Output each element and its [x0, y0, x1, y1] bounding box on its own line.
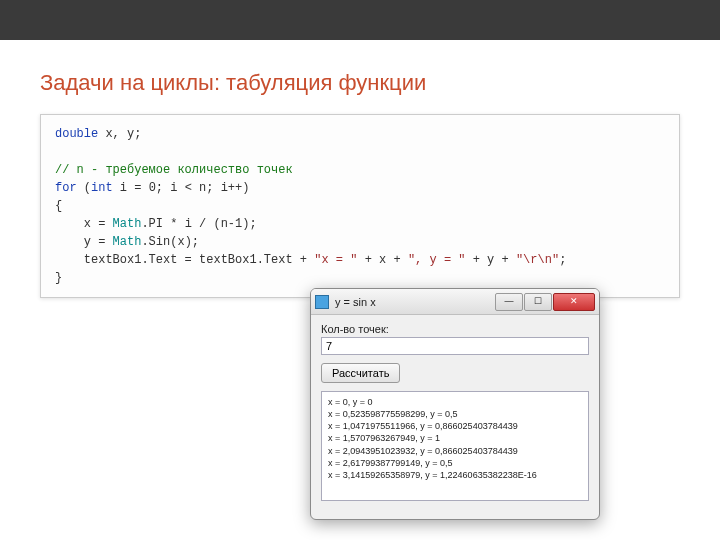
- code-text: x =: [55, 217, 113, 231]
- class-math: Math: [113, 235, 142, 249]
- code-text: (: [77, 181, 91, 195]
- string-literal: "\r\n": [516, 253, 559, 267]
- app-icon: [315, 295, 329, 309]
- code-text: .PI * i / (n-1);: [141, 217, 256, 231]
- code-block: double x, y; // n - требуемое количество…: [40, 114, 680, 298]
- points-input[interactable]: [321, 337, 589, 355]
- code-text: textBox1.Text = textBox1.Text +: [55, 253, 314, 267]
- window-title: y = sin x: [335, 296, 495, 308]
- keyword-double: double: [55, 127, 98, 141]
- class-math: Math: [113, 217, 142, 231]
- code-text: y =: [55, 235, 113, 249]
- slide-content: Задачи на циклы: табуляция функции doubl…: [0, 40, 720, 298]
- points-label: Кол-во точек:: [321, 323, 589, 335]
- code-text: ;: [559, 253, 566, 267]
- slide-topbar: [0, 0, 720, 40]
- keyword-int: int: [91, 181, 113, 195]
- string-literal: ", y = ": [408, 253, 466, 267]
- calculate-button[interactable]: Рассчитать: [321, 363, 400, 383]
- output-textbox[interactable]: x = 0, y = 0 x = 0,523598775598299, y = …: [321, 391, 589, 501]
- code-text: }: [55, 271, 62, 285]
- window-titlebar[interactable]: y = sin x — ☐ ✕: [311, 289, 599, 315]
- code-text: i = 0; i < n; i++): [113, 181, 250, 195]
- maximize-button[interactable]: ☐: [524, 293, 552, 311]
- code-text: {: [55, 199, 62, 213]
- app-window: y = sin x — ☐ ✕ Кол-во точек: Рассчитать…: [310, 288, 600, 520]
- string-literal: "x = ": [314, 253, 357, 267]
- code-text: x, y;: [98, 127, 141, 141]
- window-body: Кол-во точек: Рассчитать x = 0, y = 0 x …: [311, 315, 599, 507]
- slide-title: Задачи на циклы: табуляция функции: [40, 70, 680, 96]
- minimize-button[interactable]: —: [495, 293, 523, 311]
- keyword-for: for: [55, 181, 77, 195]
- window-buttons: — ☐ ✕: [495, 293, 595, 311]
- close-button[interactable]: ✕: [553, 293, 595, 311]
- code-text: .Sin(x);: [141, 235, 199, 249]
- code-text: + y +: [466, 253, 516, 267]
- code-comment: // n - требуемое количество точек: [55, 163, 293, 177]
- code-text: + x +: [357, 253, 407, 267]
